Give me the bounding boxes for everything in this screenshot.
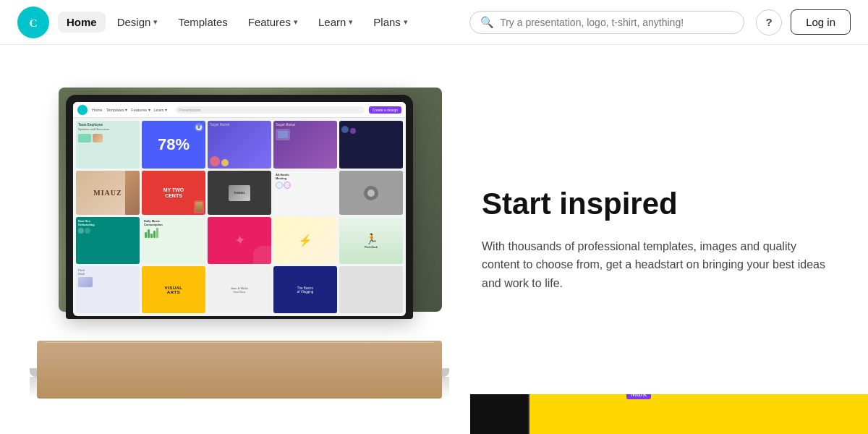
nav-learn[interactable]: Learn ▾ [310, 12, 362, 33]
laptop-screen: HomeTemplates ▾Features ▾Learn ▾ Present… [66, 95, 413, 319]
nav-design[interactable]: Design ▾ [109, 12, 167, 33]
main-content: HomeTemplates ▾Features ▾Learn ▾ Present… [0, 45, 868, 434]
nav-home[interactable]: Home [58, 12, 106, 33]
header: C Home Design ▾ Templates Features ▾ Lea… [0, 0, 868, 45]
nav-templates[interactable]: Templates [169, 12, 236, 33]
bottom-strip: Mark [470, 394, 868, 434]
svg-text:C: C [29, 17, 37, 29]
laptop-section: HomeTemplates ▾Features ▾Learn ▾ Present… [26, 80, 453, 399]
search-input[interactable] [500, 17, 733, 28]
hero-body: With thousands of professional templates… [482, 237, 829, 293]
laptop-image: HomeTemplates ▾Features ▾Learn ▾ Present… [37, 95, 442, 399]
search-bar[interactable]: 🔍 [469, 11, 744, 34]
main-nav: Home Design ▾ Templates Features ▾ Learn… [58, 12, 417, 33]
design-chevron-icon: ▾ [153, 17, 158, 27]
help-button[interactable]: ? [756, 9, 782, 35]
nav-features[interactable]: Features ▾ [239, 12, 307, 33]
desk-surface [37, 341, 442, 399]
canva-logo[interactable]: C [17, 7, 49, 38]
features-chevron-icon: ▾ [294, 17, 298, 27]
hero-section: Start inspired With thousands of profess… [453, 186, 858, 292]
mark-badge: Mark [626, 394, 651, 399]
login-button[interactable]: Log in [791, 9, 851, 35]
nav-plans[interactable]: Plans ▾ [365, 12, 417, 33]
hero-title: Start inspired [482, 186, 829, 222]
search-icon: 🔍 [480, 16, 494, 29]
learn-chevron-icon: ▾ [349, 17, 353, 27]
plans-chevron-icon: ▾ [404, 17, 408, 27]
